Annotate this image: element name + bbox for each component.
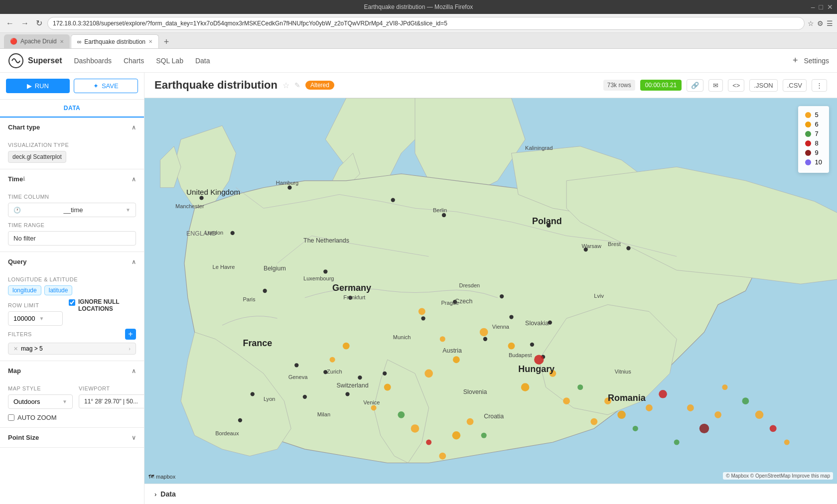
nav-charts[interactable]: Charts — [124, 55, 144, 67]
address-bar[interactable] — [47, 17, 805, 30]
point-size-header[interactable]: Point Size ∨ — [0, 428, 144, 447]
time-range-select[interactable]: No filter — [8, 231, 136, 246]
svg-text:Slovenia: Slovenia — [463, 388, 487, 395]
mapbox-icon: 🗺 — [148, 474, 154, 480]
longitude-tag[interactable]: longitude — [8, 285, 41, 295]
section-map: Map ∧ MAP STYLE Outdoors ▼ VIEWPORT — [0, 361, 144, 428]
edit-icon[interactable]: ✎ — [294, 81, 300, 89]
svg-text:Romania: Romania — [608, 393, 646, 403]
add-button[interactable]: + — [793, 55, 798, 66]
chart-type-header[interactable]: Chart type ∧ — [0, 118, 144, 137]
map-chevron: ∧ — [132, 368, 136, 375]
tab-favicon-druid: 🔴 — [10, 38, 17, 45]
nav-dashboards[interactable]: Dashboards — [74, 55, 112, 67]
time-column-select[interactable]: 🕐 __time ▼ — [8, 203, 136, 217]
time-chevron: ∧ — [132, 176, 136, 183]
query-header[interactable]: Query ∧ — [0, 252, 144, 271]
content-area: Earthquake distribution ☆ ✎ Altered 73k … — [144, 73, 837, 504]
run-button[interactable]: ▶ RUN — [6, 79, 70, 93]
data-section[interactable]: › Data — [144, 484, 837, 504]
map-header[interactable]: Map ∧ — [0, 361, 144, 380]
legend-dot-10 — [805, 159, 811, 165]
svg-text:Croatia: Croatia — [484, 413, 504, 420]
svg-text:France: France — [243, 338, 272, 348]
legend-item-7: 7 — [805, 130, 822, 137]
svg-text:Prague: Prague — [441, 300, 459, 306]
chart-title: Earthquake distribution — [154, 79, 278, 92]
new-tab-button[interactable]: + — [160, 35, 173, 48]
map-container[interactable]: United Kingdom ENGLAND Manchester London… — [144, 98, 837, 484]
bookmark-icon[interactable]: ☆ — [808, 19, 814, 27]
forward-button[interactable]: → — [19, 18, 31, 29]
more-button[interactable]: ⋮ — [812, 79, 827, 92]
email-button[interactable]: ✉ — [708, 79, 723, 92]
nav-sql-lab[interactable]: SQL Lab — [156, 55, 183, 67]
map-style-select[interactable]: Outdoors ▼ — [8, 394, 73, 409]
auto-zoom-label[interactable]: AUTO ZOOM — [17, 414, 56, 421]
menu-icon[interactable]: ☰ — [827, 19, 833, 27]
tab-earthquake[interactable]: ∞ Earthquake distribution ✕ — [71, 34, 159, 48]
lon-lat-tags: longitude latitude — [8, 285, 136, 295]
svg-point-35 — [358, 376, 362, 379]
row-limit-value: 100000 — [13, 315, 35, 322]
latitude-tag[interactable]: latitude — [44, 285, 73, 295]
svg-point-45 — [508, 343, 515, 350]
nav-data[interactable]: Data — [195, 55, 210, 67]
settings-link[interactable]: Settings — [804, 57, 829, 65]
maximize-btn[interactable]: □ — [819, 3, 823, 11]
code-button[interactable]: <> — [728, 79, 744, 92]
refresh-button[interactable]: ↻ — [34, 17, 44, 29]
section-point-size: Point Size ∨ — [0, 428, 144, 448]
svg-text:Kaliningrad: Kaliningrad — [525, 145, 553, 151]
star-icon[interactable]: ☆ — [282, 81, 289, 90]
svg-text:Zurich: Zurich — [327, 369, 342, 375]
tab-apache-druid[interactable]: 🔴 Apache Druid ✕ — [4, 34, 70, 48]
close-btn[interactable]: ✕ — [827, 3, 833, 11]
viz-type-badge[interactable]: deck.gl Scatterplot — [8, 151, 66, 163]
svg-text:Geneva: Geneva — [288, 374, 308, 380]
svg-text:Bordeaux: Bordeaux — [215, 430, 239, 436]
svg-text:Vitnius: Vitnius — [615, 369, 631, 375]
svg-point-73 — [330, 357, 335, 363]
svg-point-52 — [617, 410, 626, 419]
ignore-null-label[interactable]: IGNORE NULL LOCATIONS — [78, 298, 136, 312]
tab-data[interactable]: DATA — [0, 100, 144, 118]
save-button[interactable]: ✦ SAVE — [74, 79, 139, 93]
filter-tag[interactable]: ✕ mag > 5 › — [8, 343, 136, 355]
tab-close-druid[interactable]: ✕ — [60, 39, 64, 44]
viewport-input[interactable] — [79, 394, 144, 408]
svg-text:Frankfurt: Frankfurt — [343, 294, 365, 300]
minimize-btn[interactable]: – — [811, 3, 815, 11]
svg-point-53 — [590, 418, 597, 425]
legend-dot-9 — [805, 150, 811, 156]
map-attribution[interactable]: © Mapbox © OpenStreetMap Improve this ma… — [723, 472, 833, 480]
svg-point-72 — [481, 433, 487, 438]
legend-dot-6 — [805, 122, 811, 127]
extensions-icon[interactable]: ⚙ — [817, 19, 824, 27]
time-header[interactable]: Time ℹ ∧ — [0, 169, 144, 189]
section-query: Query ∧ LONGITUDE & LATITUDE longitude l… — [0, 252, 144, 361]
back-button[interactable]: ← — [4, 18, 16, 29]
legend-dot-8 — [805, 140, 811, 146]
map-style-field: MAP STYLE Outdoors ▼ — [8, 380, 73, 409]
add-filter-button[interactable]: + — [125, 329, 136, 340]
svg-point-16 — [199, 196, 203, 200]
filter-remove-icon[interactable]: ✕ — [13, 346, 18, 352]
link-button[interactable]: 🔗 — [687, 79, 703, 92]
tab-close-eq[interactable]: ✕ — [148, 39, 152, 44]
csv-button[interactable]: .CSV — [783, 79, 807, 92]
auto-zoom-checkbox[interactable] — [8, 414, 14, 421]
svg-point-66 — [398, 411, 405, 418]
json-button[interactable]: .JSON — [749, 79, 777, 92]
browser-bar: ← → ↻ ☆ ⚙ ☰ — [0, 14, 837, 33]
svg-point-77 — [755, 410, 764, 419]
map-content: MAP STYLE Outdoors ▼ VIEWPORT AUTO ZOOM — [0, 380, 144, 427]
row-limit-input[interactable]: 100000 ▼ — [8, 311, 63, 326]
window-controls[interactable]: – □ ✕ — [811, 3, 833, 11]
timer-badge: 00:00:03.21 — [640, 80, 682, 91]
query-label: Query — [8, 258, 27, 265]
filters-label: FILTERS — [8, 331, 32, 337]
save-icon: ✦ — [93, 82, 99, 90]
svg-point-19 — [391, 198, 395, 202]
ignore-null-checkbox[interactable] — [69, 299, 75, 306]
